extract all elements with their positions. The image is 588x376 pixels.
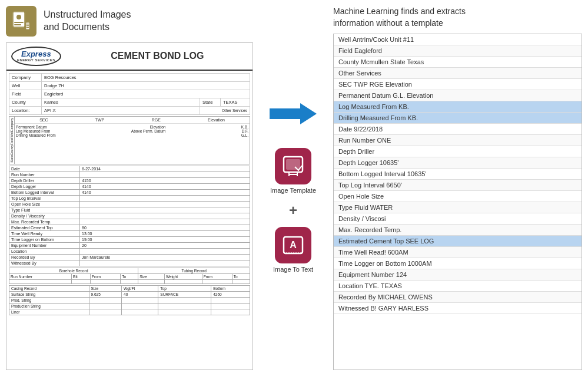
bh-d-run [9,280,72,284]
list-item: Witnessed B! GARY HARLESS [334,303,582,314]
casing-record-label: Casing Record [9,286,89,292]
main-container: Unstructured Images and Documents Expres… [0,0,588,376]
logo-services: ENERGY SERVICES [17,58,55,62]
table-row: Time Well Ready13:00 [9,231,250,237]
table-row: Location [9,249,250,255]
arrow-right [270,103,317,124]
row-label: Equipment Number [9,243,80,249]
list-item: Drilling Measured From KB. [334,113,582,124]
sec-twp-section: Company Well Field County State SEC TWP … [9,116,250,164]
table-row: Type Fluid [9,207,250,213]
list-item: Log Measured From KB. [334,101,582,113]
log-measured-from: Log Measured From [16,129,56,133]
left-section: Unstructured Images and Documents Expres… [6,6,253,370]
state-value: TEXAS [221,98,250,106]
doc-header: Express ENERGY SERVICES CEMENT BOND LOG [6,43,253,71]
row-label: Run Number [9,172,80,178]
row-value: 6-27-2014 [80,166,250,172]
row-label: Open Hole Size [9,202,80,207]
bh-d-to2 [232,280,250,284]
v-label-field: Field [10,138,14,145]
vertical-labels: Company Well Field County State [9,117,15,164]
v-label-company: Company [10,118,14,132]
rge-label: RGE [152,118,161,122]
svg-rect-6 [26,24,29,25]
list-item: Well Antrim/Cook Unit #11 [334,34,582,45]
list-item: Max. Recorded Temp. [334,225,582,236]
list-item: Bottom Logged Interval 10635' [334,169,582,180]
right-section: Machine Learning finds and extracts info… [333,6,582,370]
row-value: 4150 [80,178,250,184]
doc-body: Company EOG Resources Well Dodge 7H Fiel… [6,71,253,318]
bh-col-headers: Run Number Bit From To Size Weight From … [9,274,250,280]
casing-row: Production String [9,304,250,309]
well-label: Well [9,81,42,90]
plus-icon: + [289,202,297,219]
row-value: Jon Marcaurele [80,255,250,260]
row-value [80,249,250,255]
list-item: Field Eagleford [334,45,582,57]
drilling-measured-from: Drilling Measured From [16,133,56,137]
table-row: Equipment Number20 [9,243,250,249]
field-label: Field [9,90,42,98]
bh-col-to: To [121,274,138,280]
svg-rect-10 [286,159,300,170]
casing-row: Prod. String [9,298,250,304]
bh-col-run: Run Number [9,274,72,280]
info-table: Company EOG Resources Well Dodge 7H Fiel… [9,73,250,115]
svg-point-2 [16,15,21,19]
image-to-text-icon: A [275,227,311,263]
table-row: Date6-27-2014 [9,166,250,172]
company-value: EOG Resources [42,73,250,81]
list-item: Date 9/22/2018 [334,124,582,135]
borehole-header-row: Borehole Record Tubing Record [9,268,250,274]
field-value: Eagleford [42,90,250,98]
elevation-col: Elevation Above Perm. Datum [131,125,166,137]
row-label: Depth Driller [9,178,80,184]
list-item: Open Hole Size [334,191,582,202]
list-item: Equipment Number 124 [334,269,582,281]
top-label-row: Unstructured Images and Documents [6,6,253,37]
row-value: 4140 [80,190,250,196]
row-label: Time Well Ready [9,231,80,237]
document-area: Express ENERGY SERVICES CEMENT BOND LOG … [6,42,253,370]
image-template-label: Image Template [270,187,316,194]
table-row: Run Number [9,172,250,178]
casing-col-bottom: Bottom [211,286,250,292]
doc-title: CEMENT BOND LOG [67,51,248,61]
sec-row: SEC TWP RGE Elevation [15,117,250,124]
table-row: Witnessed By [9,260,250,266]
list-item: Time Logger on Bottom 1000AM [334,258,582,269]
row-value: 13:00 [80,231,250,237]
company-row: Company EOG Resources [9,73,250,81]
elevation-label: Elevation [208,118,225,122]
twp-label: TWP [95,118,105,122]
table-row: Density / Viscosity [9,213,250,219]
table-row: Time Logger on Bottom19:00 [9,237,250,243]
row-value: 4140 [80,184,250,190]
list-item: Time Well Read! 600AM [334,247,582,258]
bh-d-from2 [202,280,232,284]
df-label: D.F. [241,129,248,133]
express-logo: Express ENERGY SERVICES [11,47,61,66]
other-services: Other Services [200,106,250,114]
bh-d-bit [72,280,91,284]
row-label: Location [9,249,80,255]
list-item: Type Fluid WATER [334,202,582,213]
bh-col-from2: From [202,274,232,280]
datum-row: Permanent Datum Log Measured From Drilli… [15,124,250,138]
bh-col-bit: Bit [72,274,91,280]
table-row: Open Hole Size [9,202,250,207]
company-label: Company [9,73,42,81]
right-header: Machine Learning finds and extracts info… [333,6,582,29]
bh-d-weight [165,280,202,284]
state-label: State [200,98,221,106]
row-value [80,207,250,213]
borehole-table: Borehole Record Tubing Record Run Number… [9,268,250,284]
table-row: Depth Logger4140 [9,184,250,190]
data-rows-table: Date6-27-2014Run NumberDepth Driller4150… [9,166,250,266]
middle-section: Image Template + A Image To Text [258,6,328,370]
row-value [80,172,250,178]
middle-items: Image Template + A Image To Text [270,148,316,273]
bh-col-from: From [91,274,121,280]
